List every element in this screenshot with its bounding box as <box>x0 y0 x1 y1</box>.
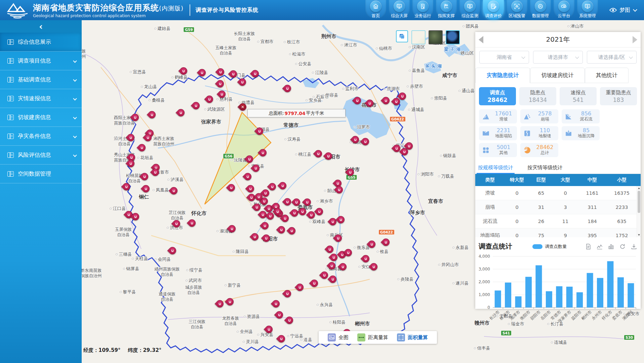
tab-2[interactable]: 切坡建房统计 <box>530 68 585 83</box>
year-prev-button[interactable] <box>479 36 483 43</box>
hazard-card-地面塌陷[interactable]: 2231地面塌陷 <box>479 126 517 140</box>
hazard-marker-icon: ∪ <box>254 204 260 210</box>
nav-item-7[interactable]: 区域预警 <box>507 0 527 20</box>
barchart-icon[interactable] <box>608 243 614 250</box>
year-next-button[interactable] <box>633 36 637 43</box>
user-block[interactable]: 梦图 <box>609 7 637 14</box>
nav-item-1[interactable]: 首页 <box>365 0 386 20</box>
nav-item-5[interactable]: 综合监测 <box>459 0 480 20</box>
hazard-marker-icon: ∪ <box>219 91 225 97</box>
basemap-globe-thumbnail[interactable] <box>446 30 460 44</box>
stat-card-2[interactable]: 隐患点18434 <box>519 87 556 105</box>
scroll-down-icon[interactable] <box>638 234 640 236</box>
subtab-1[interactable]: 按规模等级统计 <box>478 165 513 174</box>
nav-item-10[interactable]: 系统管理 <box>577 0 598 20</box>
chart-bar-湘西州[interactable] <box>628 283 634 307</box>
sidebar-item-3[interactable]: 基础调查信息 <box>0 70 82 89</box>
region-select-1[interactable]: 湖南省 <box>479 51 529 64</box>
sidebar-item-label: 孕灾条件信息 <box>18 133 51 140</box>
nav-item-2[interactable]: 综合大屏 <box>389 0 410 20</box>
stat-card-4[interactable]: 重要隐患点183 <box>600 87 637 105</box>
refresh-icon[interactable] <box>619 243 626 250</box>
linechart-icon[interactable] <box>596 243 603 250</box>
hazard-marker-icon: ∪ <box>383 97 389 104</box>
app-header: 湖南省地质灾害防治综合应用系统(内测版) Geological hazard p… <box>0 0 644 20</box>
hazard-card-滑坡[interactable]: 17601滑坡 <box>479 109 517 123</box>
chart-bar-益阳市[interactable] <box>576 292 583 307</box>
pie-icon <box>523 146 531 154</box>
chevron-down-icon <box>633 7 637 12</box>
sidebar: ‹ 综合信息展示调查项目信息基础调查信息灾情速报信息切坡建房信息孕灾条件信息风险… <box>0 20 82 363</box>
hazard-card-泥石流[interactable]: 856泥石流 <box>562 109 600 123</box>
sidebar-item-8[interactable]: 空间数据管理 <box>0 165 82 183</box>
row-value: 3 <box>553 205 577 210</box>
hazard-marker-icon: ∪ <box>280 182 286 189</box>
region-select-2[interactable]: 请选择市 <box>533 51 583 64</box>
basemap-street-thumbnail[interactable] <box>411 30 426 44</box>
hazard-marker-icon: ∪ <box>401 148 408 155</box>
hazard-card-总计[interactable]: 28462总计 <box>520 143 558 157</box>
nav-item-9[interactable]: 云平台 <box>554 0 574 20</box>
hazard-card-其他[interactable]: 5001其他 <box>479 143 517 157</box>
basemap-switcher <box>396 30 463 44</box>
chart-bar-郴州市[interactable] <box>587 273 593 307</box>
map-tool-全图[interactable]: 全图 <box>328 333 349 341</box>
sidebar-collapse-button[interactable]: ‹ <box>0 20 82 33</box>
chart-bar-邵阳市[interactable] <box>535 265 542 307</box>
nav-item-8[interactable]: 数据管理 <box>530 0 551 20</box>
chart-bar-衡阳市[interactable] <box>525 277 532 307</box>
chart-bar-娄底市[interactable] <box>617 277 624 307</box>
tab-3[interactable]: 其他统计 <box>585 68 629 83</box>
sidebar-item-5[interactable]: 切坡建房信息 <box>0 108 82 127</box>
chart-bar-常德市[interactable] <box>556 286 562 307</box>
table-scrollbar[interactable] <box>637 186 641 237</box>
hazard-marker-icon: ∪ <box>260 149 266 156</box>
map-tool-面积量算[interactable]: 面积量算 <box>397 333 428 341</box>
download-icon[interactable] <box>631 243 637 250</box>
nav-item-6[interactable]: 调查评价 <box>483 0 504 20</box>
chart-x-label: 衡阳市 <box>519 310 531 321</box>
hazard-marker-icon: ∪ <box>145 134 151 141</box>
hazard-marker-icon: ∪ <box>330 218 336 225</box>
nav-item-4[interactable]: 指挥支撑 <box>436 0 457 20</box>
hazard-card-地面沉降[interactable]: 85地面沉降 <box>562 126 600 140</box>
chart-bar-岳阳市[interactable] <box>546 291 552 307</box>
chart-bar-张家界市[interactable] <box>566 287 573 307</box>
chart-bar-长沙市[interactable] <box>495 291 501 308</box>
stat-card-3[interactable]: 速报点541 <box>560 87 597 105</box>
hazard-marker-icon: ∪ <box>316 208 323 215</box>
hazard-marker-icon: ∪ <box>267 213 274 219</box>
sidebar-item-4[interactable]: 灾情速报信息 <box>0 89 82 108</box>
sidebar-item-6[interactable]: 孕灾条件信息 <box>0 127 82 146</box>
layers-icon[interactable] <box>396 30 408 42</box>
hazard-marker-icon: ∪ <box>284 85 291 92</box>
stat-card-1[interactable]: 调查点28462 <box>479 87 516 105</box>
hazard-marker-icon: ∪ <box>193 102 199 109</box>
report-icon[interactable] <box>585 243 592 250</box>
chart-x-label: 郴州市 <box>580 310 593 321</box>
sidebar-item-2[interactable]: 调查项目信息 <box>0 51 82 70</box>
stat-card-value: 183 <box>613 97 624 103</box>
nav-item-3[interactable]: 业务运行 <box>412 0 433 20</box>
chart-bar-株洲市[interactable] <box>505 283 511 307</box>
hazard-marker-icon: ∪ <box>330 276 336 282</box>
tab-1[interactable]: 灾害隐患统计 <box>475 68 530 83</box>
sidebar-item-7[interactable]: 风险评估信息 <box>0 146 82 165</box>
region-select-3[interactable]: 请选择县/区 <box>587 51 637 64</box>
hazard-marker-icon: ∪ <box>247 185 254 192</box>
sidebar-item-1[interactable]: 综合信息展示 <box>0 33 82 51</box>
warning-icon <box>511 1 523 12</box>
subsidence-icon <box>482 129 490 138</box>
subtab-2[interactable]: 按灾情等级统计 <box>527 165 563 174</box>
scrollbar-thumb[interactable] <box>638 191 640 213</box>
scroll-up-icon[interactable] <box>638 187 640 189</box>
map-tool-距离量算[interactable]: 距离量算 <box>357 333 388 341</box>
hazard-card-地裂缝[interactable]: 110地裂缝 <box>520 126 558 140</box>
app-title-en: Geological hazard protection control app… <box>33 13 184 18</box>
chart-bar-永州市[interactable] <box>597 278 603 307</box>
chart-bar-湘潭市[interactable] <box>515 296 522 307</box>
hazard-card-崩塌[interactable]: 2578崩塌 <box>520 109 558 123</box>
basemap-satellite-thumbnail[interactable] <box>429 30 443 44</box>
chart-bar-怀化市[interactable] <box>607 261 613 307</box>
row-value: 311 <box>577 205 607 210</box>
